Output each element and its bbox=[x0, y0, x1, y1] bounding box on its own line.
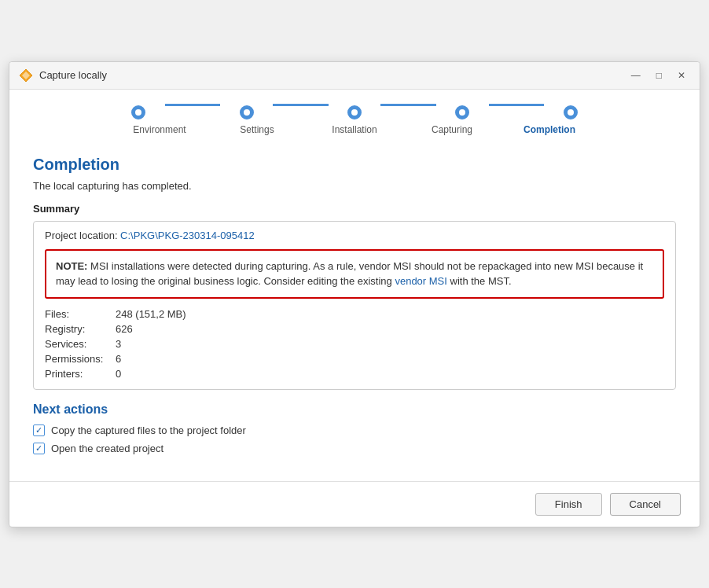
checkbox-row-copy[interactable]: ✓ Copy the captured files to the project… bbox=[33, 424, 676, 436]
minimize-button[interactable]: — bbox=[626, 68, 645, 83]
checkbox-open[interactable]: ✓ bbox=[33, 443, 45, 454]
checkbox-open-check: ✓ bbox=[35, 444, 42, 453]
project-location-prefix: Project location: bbox=[45, 230, 120, 241]
step-circle-completion bbox=[564, 105, 578, 119]
cancel-button[interactable]: Cancel bbox=[610, 493, 681, 516]
vendor-msi-link[interactable]: vendor MSI bbox=[395, 275, 446, 287]
step-item-environment bbox=[111, 105, 167, 119]
stats-row-registry: Registry: 626 bbox=[45, 322, 664, 336]
step-circle-settings bbox=[240, 105, 254, 119]
warning-box: NOTE: MSI installations were detected du… bbox=[45, 249, 664, 299]
step-item-settings bbox=[219, 105, 274, 119]
stats-row-services: Services: 3 bbox=[45, 336, 664, 351]
checkbox-copy-check: ✓ bbox=[35, 426, 42, 435]
step-label-completion: Completion bbox=[501, 124, 598, 135]
stats-value-registry: 626 bbox=[116, 323, 133, 335]
stats-label-registry: Registry: bbox=[45, 323, 116, 335]
step-item-capturing bbox=[435, 105, 490, 119]
warning-text2: with the MST. bbox=[447, 275, 512, 287]
stats-row-permissions: Permissions: 6 bbox=[45, 351, 664, 366]
checkbox-row-open[interactable]: ✓ Open the created project bbox=[33, 443, 676, 454]
main-window: Capture locally — □ ✕ bbox=[9, 61, 700, 527]
footer: Finish Cancel bbox=[9, 481, 700, 527]
close-button[interactable]: ✕ bbox=[673, 68, 690, 83]
warning-text: MSI installations were detected during c… bbox=[56, 260, 643, 288]
warning-note: NOTE: bbox=[56, 260, 87, 272]
stats-table: Files: 248 (151,2 MB) Registry: 626 Serv… bbox=[45, 307, 664, 381]
stats-value-services: 3 bbox=[116, 338, 121, 350]
checkbox-open-label: Open the created project bbox=[51, 443, 163, 454]
step-circle-environment bbox=[131, 105, 145, 119]
finish-button[interactable]: Finish bbox=[535, 493, 602, 516]
titlebar: Capture locally — □ ✕ bbox=[9, 62, 700, 90]
step-connector-3 bbox=[380, 104, 436, 106]
step-label-capturing: Capturing bbox=[403, 124, 501, 135]
step-connector-1 bbox=[165, 104, 221, 106]
stats-label-services: Services: bbox=[45, 338, 116, 350]
step-item-completion bbox=[542, 105, 598, 119]
step-circle-capturing bbox=[455, 105, 469, 119]
maximize-button[interactable]: □ bbox=[652, 68, 667, 83]
summary-label: Summary bbox=[33, 203, 676, 215]
checkbox-copy-label: Copy the captured files to the project f… bbox=[51, 424, 246, 436]
checkbox-copy[interactable]: ✓ bbox=[33, 424, 45, 436]
next-actions-title: Next actions bbox=[33, 402, 676, 417]
steps-track bbox=[111, 105, 598, 119]
project-location-row: Project location: C:\PKG\PKG-230314-0954… bbox=[45, 230, 664, 241]
step-circle-installation bbox=[347, 105, 362, 119]
stats-value-permissions: 6 bbox=[116, 353, 121, 365]
project-location-link[interactable]: C:\PKG\PKG-230314-095412 bbox=[120, 230, 255, 241]
stats-value-printers: 0 bbox=[116, 368, 121, 380]
step-item-installation bbox=[327, 105, 383, 119]
stats-label-printers: Printers: bbox=[45, 368, 116, 380]
next-actions: Next actions ✓ Copy the captured files t… bbox=[33, 402, 676, 469]
content-area: Completion The local capturing has compl… bbox=[9, 143, 700, 481]
stats-row-printers: Printers: 0 bbox=[45, 366, 664, 381]
stats-label-permissions: Permissions: bbox=[45, 353, 116, 365]
stats-value-files: 248 (151,2 MB) bbox=[116, 308, 186, 320]
stats-row-files: Files: 248 (151,2 MB) bbox=[45, 307, 664, 322]
summary-box: Project location: C:\PKG\PKG-230314-0954… bbox=[33, 221, 676, 390]
step-connector-2 bbox=[273, 104, 329, 106]
stats-label-files: Files: bbox=[45, 308, 116, 320]
page-subtitle: The local capturing has completed. bbox=[33, 180, 676, 192]
step-connector-4 bbox=[489, 104, 545, 106]
app-icon bbox=[19, 68, 33, 83]
page-title: Completion bbox=[33, 156, 676, 174]
steps-labels: Environment Settings Installation Captur… bbox=[111, 124, 598, 135]
step-label-environment: Environment bbox=[111, 124, 208, 135]
step-label-installation: Installation bbox=[306, 124, 403, 135]
window-title: Capture locally bbox=[39, 69, 107, 81]
wizard-steps: Environment Settings Installation Captur… bbox=[9, 90, 700, 143]
titlebar-controls: — □ ✕ bbox=[626, 68, 690, 83]
titlebar-left: Capture locally bbox=[19, 68, 107, 83]
step-label-settings: Settings bbox=[208, 124, 306, 135]
